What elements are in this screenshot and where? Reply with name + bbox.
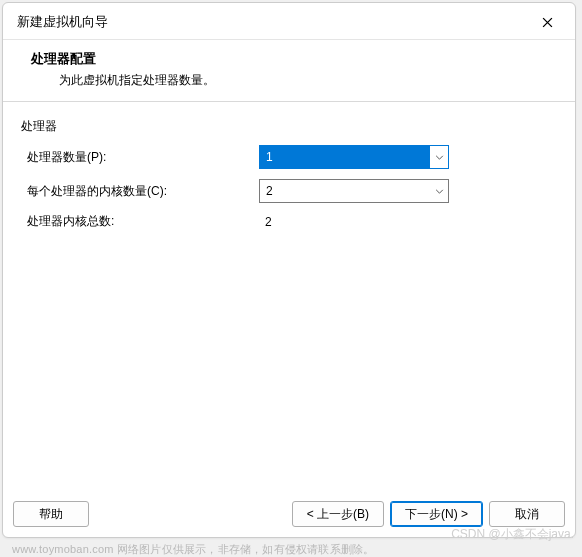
wizard-dialog: 新建虚拟机向导 处理器配置 为此虚拟机指定处理器数量。 处理器 处理器数量(P)… [2, 2, 576, 538]
window-title: 新建虚拟机向导 [17, 13, 108, 31]
watermark-right: CSDN @小鑫不会java. [451, 526, 574, 543]
close-button[interactable] [529, 11, 565, 33]
label-cores-per-processor: 每个处理器的内核数量(C): [27, 183, 259, 200]
next-button[interactable]: 下一步(N) > [390, 501, 483, 527]
page-subtitle: 为此虚拟机指定处理器数量。 [59, 72, 557, 89]
cancel-button[interactable]: 取消 [489, 501, 565, 527]
row-cores-per-processor: 每个处理器的内核数量(C): 2 [21, 179, 557, 203]
combobox-value: 1 [260, 146, 430, 168]
titlebar: 新建虚拟机向导 [3, 3, 575, 40]
combobox-value: 2 [260, 180, 430, 202]
label-total-cores: 处理器内核总数: [27, 213, 259, 230]
back-button[interactable]: < 上一步(B) [292, 501, 384, 527]
help-button[interactable]: 帮助 [13, 501, 89, 527]
close-icon [542, 17, 553, 28]
value-total-cores: 2 [259, 215, 272, 229]
label-processor-count: 处理器数量(P): [27, 149, 259, 166]
row-processor-count: 处理器数量(P): 1 [21, 145, 557, 169]
page-title: 处理器配置 [31, 50, 557, 68]
wizard-content: 处理器 处理器数量(P): 1 每个处理器的内核数量(C): 2 处理器内核总数… [3, 102, 575, 493]
combobox-cores-per-processor[interactable]: 2 [259, 179, 449, 203]
chevron-down-icon [430, 146, 448, 168]
wizard-header: 处理器配置 为此虚拟机指定处理器数量。 [3, 40, 575, 102]
chevron-down-icon [430, 180, 448, 202]
group-label-processors: 处理器 [21, 118, 557, 135]
row-total-cores: 处理器内核总数: 2 [21, 213, 557, 230]
combobox-processor-count[interactable]: 1 [259, 145, 449, 169]
